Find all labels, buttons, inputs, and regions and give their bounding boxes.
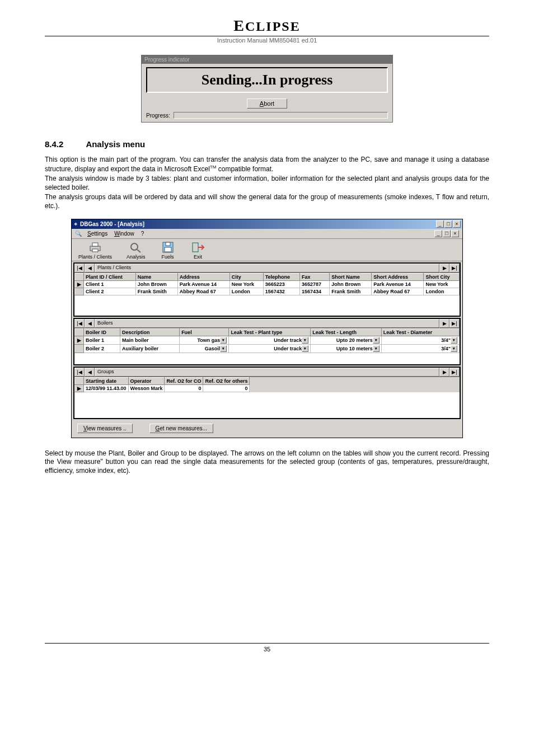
intro-paragraph-1: This option is the main part of the prog… — [45, 156, 489, 173]
groups-nav-prev[interactable]: ◀ — [85, 368, 95, 377]
groups-nav-last[interactable]: ▶| — [449, 368, 460, 377]
groups-nav-label: Groups — [95, 368, 439, 377]
chevron-down-icon: ▾ — [220, 345, 227, 352]
cell-diam[interactable]: 3/4"▾ — [381, 336, 459, 344]
cell: 1567432 — [263, 288, 299, 295]
boilers-nav-prev[interactable]: ◀ — [85, 319, 95, 328]
col-ref-o2-co: Ref. O2 for CO — [165, 377, 203, 384]
progress-dialog-title: Progress indicator — [142, 55, 392, 64]
cell: Auxiliary boiler — [120, 344, 179, 353]
col-fax: Fax — [299, 273, 329, 280]
col-ref-o2-others: Ref. O2 for others — [203, 377, 250, 384]
cell: 1567434 — [299, 288, 329, 295]
groups-corner — [75, 377, 84, 384]
chevron-down-icon: ▾ — [302, 345, 308, 352]
table-row[interactable]: Boiler 2 Auxiliary boiler Gasoil▾ Under … — [75, 344, 460, 353]
cell-ptype[interactable]: Under track▾ — [229, 336, 311, 344]
plants-nav-first[interactable]: |◀ — [74, 264, 85, 273]
groups-nav-first[interactable]: |◀ — [74, 368, 85, 377]
minimize-button[interactable]: _ — [436, 220, 444, 228]
mdi-restore-button[interactable]: □ — [443, 230, 451, 237]
boilers-nav-first[interactable]: |◀ — [74, 319, 85, 328]
col-diameter: Leak Test - Diameter — [381, 328, 459, 336]
menu-window[interactable]: Window — [114, 231, 134, 237]
get-new-measures-button[interactable]: Get new measures... — [149, 424, 213, 433]
col-plant-type: Leak Test - Plant type — [229, 328, 311, 336]
plants-nav-prev[interactable]: ◀ — [85, 264, 95, 273]
col-length: Leak Test - Length — [311, 328, 382, 336]
cell-len[interactable]: Upto 20 meters▾ — [311, 336, 382, 344]
cell-len[interactable]: Upto 10 meters▾ — [311, 344, 382, 353]
plants-table[interactable]: Plant ID / Client Name Address City Tele… — [74, 273, 460, 295]
tool-analysis[interactable]: Analysis — [127, 241, 146, 260]
table-row[interactable]: ▶ 12/03/99 11.43.00 Wesson Mark 0 0 — [75, 384, 250, 392]
cell: Wesson Mark — [128, 384, 165, 392]
abort-button[interactable]: Abort — [247, 98, 287, 109]
chevron-down-icon: ▾ — [373, 345, 380, 352]
close-button[interactable]: × — [453, 220, 461, 228]
boilers-blank-area — [74, 353, 460, 364]
view-measures-button[interactable]: View measures .. — [77, 424, 133, 433]
plants-blank-area — [74, 295, 460, 316]
boilers-nav-last[interactable]: ▶| — [449, 319, 460, 328]
col-address: Address — [177, 273, 229, 280]
table-row[interactable]: ▶ Client 1 John Brown Park Avenue 14 New… — [75, 280, 460, 288]
col-telephone: Telephone — [263, 273, 299, 280]
cell-fuel[interactable]: Town gas▾ — [180, 336, 229, 344]
col-short-name: Short Name — [330, 273, 372, 280]
maximize-button[interactable]: □ — [444, 220, 452, 228]
closing-paragraph: Select by mouse the Plant, Boiler and Gr… — [45, 449, 489, 476]
chevron-down-icon: ▾ — [373, 337, 380, 344]
floppy-icon — [160, 241, 176, 253]
tool-plants-label: Plants / Clients — [78, 254, 112, 260]
menu-help[interactable]: ? — [141, 231, 144, 237]
cell: Park Avenue 14 — [372, 280, 424, 288]
manual-id-line: Instruction Manual MM850481 ed.01 — [45, 36, 489, 44]
plants-nav-next[interactable]: ▶ — [439, 264, 449, 273]
chevron-down-icon: ▾ — [451, 345, 457, 352]
col-city: City — [229, 273, 263, 280]
tool-analysis-label: Analysis — [127, 254, 146, 260]
cell-diam[interactable]: 3/4"▾ — [381, 344, 459, 353]
intro-paragraph-3: The analysis groups data will be ordered… — [45, 193, 489, 210]
section-title: Analysis menu — [86, 139, 145, 149]
cell: Park Avenue 14 — [177, 280, 229, 288]
table-row[interactable]: Client 2 Frank Smith Abbey Road 67 Londo… — [75, 288, 460, 295]
svg-rect-2 — [92, 249, 98, 252]
tool-exit[interactable]: Exit — [190, 241, 206, 260]
tool-plants[interactable]: Plants / Clients — [78, 241, 112, 260]
magnifier-icon — [128, 241, 144, 253]
cell: John Brown — [330, 280, 372, 288]
cell: 0 — [203, 384, 250, 392]
plants-nav-last[interactable]: ▶| — [449, 264, 460, 273]
cell-fuel[interactable]: Gasoil▾ — [180, 344, 229, 353]
boilers-corner — [75, 328, 84, 336]
boilers-table[interactable]: Boiler ID Description Fuel Leak Test - P… — [74, 328, 460, 353]
boilers-nav-next[interactable]: ▶ — [439, 319, 449, 328]
printer-icon — [87, 241, 103, 253]
groups-table[interactable]: Starting date Operator Ref. O2 for CO Re… — [74, 377, 250, 392]
svg-line-4 — [137, 250, 140, 252]
groups-nav-next[interactable]: ▶ — [439, 368, 449, 377]
cell: John Brown — [135, 280, 177, 288]
mdi-minimize-button[interactable]: _ — [434, 230, 442, 237]
row-selector: ▶ — [75, 384, 84, 392]
col-short-address: Short Address — [372, 273, 424, 280]
menu-settings[interactable]: Settings — [87, 231, 107, 237]
plants-corner — [75, 273, 84, 280]
mdi-close-button[interactable]: × — [451, 230, 459, 237]
col-short-city: Short City — [424, 273, 460, 280]
cell-ptype[interactable]: Under track▾ — [229, 344, 311, 353]
col-plant-id: Plant ID / Client — [84, 273, 136, 280]
cell: London — [229, 288, 263, 295]
tool-exit-label: Exit — [194, 254, 202, 260]
plants-grid-section: |◀ ◀ Plants / Clients ▶ ▶| Plant ID / Cl… — [73, 262, 461, 317]
tool-fuels[interactable]: Fuels — [160, 241, 176, 260]
col-name: Name — [135, 273, 177, 280]
col-operator: Operator — [128, 377, 165, 384]
cell: Client 1 — [84, 280, 136, 288]
outer-title-text: DBGas 2000 - [Analysis] — [80, 221, 436, 227]
trademark-superscript: TM — [210, 165, 217, 170]
cell: Client 2 — [84, 288, 136, 295]
table-row[interactable]: ▶ Boiler 1 Main boiler Town gas▾ Under t… — [75, 336, 460, 344]
